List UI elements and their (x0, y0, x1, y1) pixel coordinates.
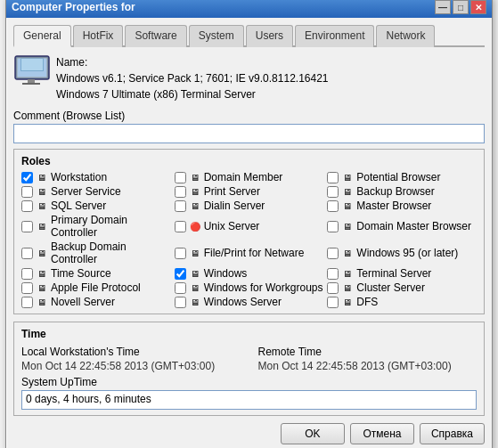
role-primary-dc-label: Primary Domain Controller (51, 214, 171, 239)
role-backup-dc-label: Backup Domain Controller (51, 240, 171, 265)
tab-general[interactable]: General (13, 25, 71, 47)
ok-button[interactable]: OK (281, 423, 345, 444)
role-dialin-server-checkbox[interactable] (175, 200, 186, 212)
roles-legend: Roles (21, 155, 477, 167)
role-sql-server-label: SQL Server (51, 200, 106, 212)
role-file-print-netware-checkbox[interactable] (175, 248, 186, 259)
role-master-browser: 🖥 Master Browser (327, 200, 477, 212)
role-windows: 🖥 Windows (175, 267, 324, 280)
terminal-server-icon: 🖥 (341, 267, 354, 280)
role-backup-browser-checkbox[interactable] (327, 186, 339, 198)
cluster-server-icon: 🖥 (341, 281, 354, 294)
role-windows-workgroups-checkbox[interactable] (175, 282, 186, 294)
role-time-source-checkbox[interactable] (21, 268, 33, 280)
role-novell-server-checkbox[interactable] (21, 297, 33, 308)
role-server-service-checkbox[interactable] (21, 186, 33, 198)
role-backup-dc: 🖥 Backup Domain Controller (21, 240, 171, 265)
tab-system[interactable]: System (189, 25, 244, 47)
role-win95-checkbox[interactable] (327, 248, 339, 259)
role-domain-master-browser-label: Domain Master Browser (356, 220, 471, 232)
role-windows-workgroups-label: Windows for Workgroups (204, 281, 323, 294)
file-print-netware-icon: 🖥 (189, 247, 201, 259)
time-group: Time Local Workstation's Time Mon Oct 14… (13, 322, 485, 416)
time-row: Local Workstation's Time Mon Oct 14 22:4… (21, 346, 477, 372)
info-text: Name: Windows v6.1; Service Pack 1; 7601… (56, 54, 329, 102)
uptime-label: System UpTime (21, 376, 477, 388)
role-windows-server: 🖥 Windows Server (175, 296, 324, 308)
role-unix-server-checkbox[interactable] (175, 221, 186, 232)
role-potential-browser: 🖥 Potential Browser (327, 171, 477, 183)
role-backup-browser: 🖥 Backup Browser (327, 185, 477, 198)
role-domain-member-label: Domain Member (204, 171, 283, 183)
name-label: Name: (56, 54, 329, 70)
role-win95-label: Windows 95 (or later) (356, 247, 458, 259)
comment-input[interactable] (13, 124, 485, 143)
role-cluster-server-label: Cluster Server (356, 281, 425, 294)
time-source-icon: 🖥 (36, 267, 48, 280)
tab-network[interactable]: Network (376, 25, 435, 47)
title-bar: Computer Properties for — □ ✕ (6, 0, 492, 18)
role-dfs-label: DFS (356, 296, 378, 308)
local-time-label: Local Workstation's Time (21, 346, 241, 358)
role-server-service: 🖥 Server Service (21, 185, 171, 198)
win95-icon: 🖥 (341, 247, 354, 259)
role-apple-file: 🖥 Apple File Protocol (21, 281, 171, 294)
role-windows-workgroups: 🖥 Windows for Workgroups (175, 281, 324, 294)
local-time-col: Local Workstation's Time Mon Oct 14 22:4… (21, 346, 241, 372)
roles-group: Roles 🖥 Workstation 🖥 Domain Member 🖥 Po… (13, 149, 485, 314)
role-windows-server-checkbox[interactable] (175, 297, 186, 308)
content-area: General HotFix Software System Users Env… (6, 18, 492, 448)
svg-rect-3 (28, 79, 35, 83)
role-file-print-netware: 🖥 File/Print for Netware (175, 240, 324, 265)
computer-info: Name: Windows v6.1; Service Pack 1; 7601… (13, 54, 485, 102)
role-terminal-server-checkbox[interactable] (327, 268, 339, 280)
close-button[interactable]: ✕ (470, 0, 486, 14)
sql-server-icon: 🖥 (36, 200, 48, 212)
remote-time-value: Mon Oct 14 22:45:58 2013 (GMT+03:00) (258, 360, 478, 372)
maximize-button[interactable]: □ (453, 0, 469, 14)
role-dfs-checkbox[interactable] (327, 297, 339, 308)
uptime-value: 0 days, 4 hours, 6 minutes (21, 390, 477, 410)
role-win95: 🖥 Windows 95 (or later) (327, 240, 477, 265)
apple-file-icon: 🖥 (36, 281, 48, 294)
backup-browser-icon: 🖥 (341, 185, 354, 198)
role-print-server-checkbox[interactable] (175, 186, 186, 198)
server-service-icon: 🖥 (36, 185, 48, 198)
comment-section: Comment (Browse List) (13, 110, 485, 143)
role-backup-dc-checkbox[interactable] (21, 248, 33, 259)
tab-users[interactable]: Users (246, 25, 293, 47)
role-cluster-server-checkbox[interactable] (327, 282, 339, 294)
cancel-button[interactable]: Отмена (350, 423, 414, 444)
role-sql-server-checkbox[interactable] (21, 200, 33, 212)
tab-environment[interactable]: Environment (295, 25, 374, 47)
info-line1: Windows v6.1; Service Pack 1; 7601; IE v… (56, 70, 329, 86)
print-server-icon: 🖥 (189, 185, 201, 198)
role-cluster-server: 🖥 Cluster Server (327, 281, 477, 294)
role-potential-browser-checkbox[interactable] (327, 172, 339, 183)
role-domain-member-checkbox[interactable] (175, 172, 186, 183)
role-workstation: 🖥 Workstation (21, 171, 171, 183)
role-windows-checkbox[interactable] (175, 268, 186, 280)
tab-software[interactable]: Software (125, 25, 186, 47)
role-file-print-netware-label: File/Print for Netware (204, 247, 305, 259)
role-time-source-label: Time Source (51, 267, 111, 280)
help-button[interactable]: Справка (420, 423, 485, 444)
role-primary-dc-checkbox[interactable] (21, 221, 33, 232)
role-print-server: 🖥 Print Server (175, 185, 324, 198)
role-workstation-checkbox[interactable] (21, 172, 33, 183)
role-unix-server-label: Unix Server (204, 220, 260, 232)
windows-icon: 🖥 (189, 267, 201, 280)
tab-hotfix[interactable]: HotFix (73, 25, 124, 47)
role-master-browser-checkbox[interactable] (327, 200, 339, 212)
window-title: Computer Properties for (12, 1, 135, 13)
minimize-button[interactable]: — (435, 0, 451, 14)
role-windows-label: Windows (204, 267, 248, 280)
domain-member-icon: 🖥 (189, 171, 201, 183)
role-domain-master-browser-checkbox[interactable] (327, 221, 339, 232)
role-apple-file-checkbox[interactable] (21, 282, 33, 294)
remote-time-label: Remote Time (258, 346, 478, 358)
master-browser-icon: 🖥 (341, 200, 354, 212)
role-dfs: 🖥 DFS (327, 296, 477, 308)
windows-workgroups-icon: 🖥 (189, 281, 201, 294)
tab-bar: General HotFix Software System Users Env… (13, 23, 485, 47)
